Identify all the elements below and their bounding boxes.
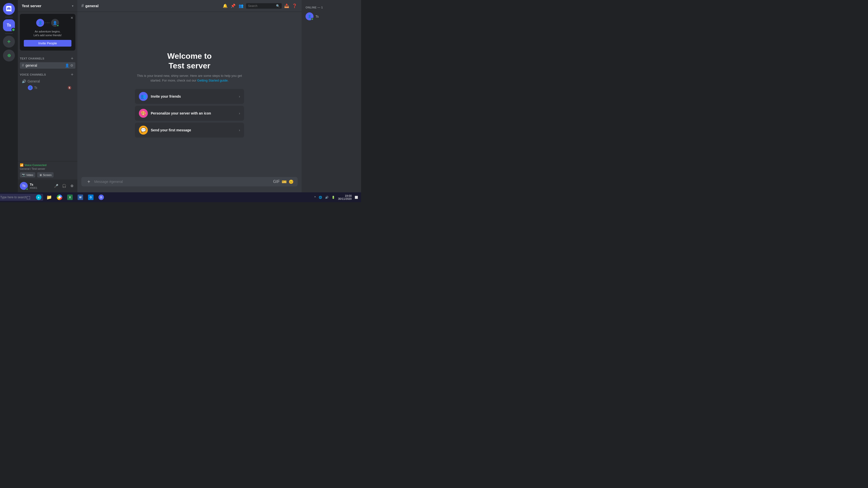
user-bar-controls: 🎤 🎧 ⚙ <box>53 183 75 189</box>
search-input[interactable] <box>248 4 275 8</box>
top-bar: # general 🔔 📌 👥 🔍 📥 ❓ <box>78 0 302 12</box>
help-icon[interactable]: ❓ <box>292 3 298 9</box>
text-channels-header[interactable]: TEXT CHANNELS + <box>18 55 78 62</box>
invite-dots: ··· <box>45 21 50 25</box>
explore-button[interactable]: ⊕ <box>3 50 15 62</box>
signal-icon: 📶 <box>20 163 24 167</box>
personalize-icon: 🎨 <box>139 109 148 118</box>
send-message-label: Send your first message <box>151 128 236 132</box>
taskbar-word[interactable]: W <box>75 192 85 202</box>
taskbar-chrome[interactable] <box>55 192 64 202</box>
bell-icon[interactable]: 🔔 <box>222 3 228 9</box>
voice-user: 👤 Ts 🔇 <box>26 84 73 91</box>
server-icon-test[interactable]: Ts <box>3 19 15 31</box>
right-sidebar: ONLINE — 1 👤 Ts <box>302 0 361 192</box>
taskbar: 🔍 Type here to search ⬚ e 📁 <box>0 192 361 202</box>
send-message-action[interactable]: 💬 Send your first message › <box>135 123 244 137</box>
voice-user-avatar: 👤 <box>28 85 33 90</box>
invite-icon-1: 👤 <box>36 19 44 27</box>
getting-started-link[interactable]: Getting Started guide. <box>197 78 228 82</box>
discord-home-button[interactable] <box>3 3 15 15</box>
online-user-avatar-label: 👤 <box>308 14 311 18</box>
welcome-actions: 👥 Invite your friends › 🎨 Personalize yo… <box>135 89 244 137</box>
message-input-container: + GIF 🎫 😊 <box>78 177 302 192</box>
add-attachment-button[interactable]: + <box>85 178 92 185</box>
tray-chevron[interactable]: ^ <box>313 196 317 199</box>
online-user-avatar: 👤 <box>306 12 313 20</box>
online-user[interactable]: 👤 Ts <box>304 11 359 22</box>
sticker-icon[interactable]: 🎫 <box>282 180 287 184</box>
add-voice-channel-icon[interactable]: + <box>71 72 73 77</box>
taskbar-file-explorer[interactable]: 📁 <box>44 192 54 202</box>
chrome-icon <box>57 195 62 200</box>
tray-network[interactable]: 🌐 <box>318 196 323 199</box>
video-button[interactable]: 📷 Video <box>20 172 35 177</box>
emoji-icon[interactable]: 😊 <box>289 180 293 184</box>
voice-channel-name: General <box>28 79 40 83</box>
hashtag-icon: # <box>22 63 24 68</box>
server-header[interactable]: Test server ▾ <box>18 0 78 12</box>
welcome-description: This is your brand new, shiny server. He… <box>135 73 244 83</box>
online-user-dot <box>311 18 313 20</box>
voice-connected-bar: 📶 Voice Connected General / Test server … <box>18 161 78 180</box>
send-message-icon: 💬 <box>139 126 148 135</box>
voice-channel-row[interactable]: 🔊 General <box>22 78 73 84</box>
screen-button[interactable]: 🖥 Screen <box>37 172 54 177</box>
invite-popup-text: An adventure begins. Let's add some frie… <box>24 30 71 37</box>
taskbar-discord[interactable]: D <box>96 192 106 202</box>
user-status-dot <box>26 188 28 190</box>
members-icon[interactable]: 👥 <box>238 3 244 9</box>
server-name: Test server <box>22 4 41 8</box>
online-dot <box>57 24 59 27</box>
channel-item-general[interactable]: # general 👤 ⚙ <box>20 62 75 69</box>
screen-icon: 🖥 <box>39 173 42 176</box>
pin-icon[interactable]: 📌 <box>230 3 236 9</box>
inbox-icon[interactable]: 📥 <box>284 3 290 9</box>
user-settings-button[interactable]: ⚙ <box>68 183 75 189</box>
send-message-text: Send your first message <box>151 128 236 132</box>
send-message-chevron: › <box>239 128 240 132</box>
add-server-button[interactable]: + <box>3 36 15 47</box>
taskbar-task-view[interactable]: ⬚ <box>23 192 33 202</box>
deafen-button[interactable]: 🎧 <box>61 183 67 189</box>
personalize-label: Personalize your server with an icon <box>151 111 236 115</box>
taskbar-clock[interactable]: 19:00 30/11/2020 <box>336 194 354 200</box>
tray-volume[interactable]: 🔊 <box>324 196 330 199</box>
search-icon: 🔍 <box>276 4 280 8</box>
mute-icon: 🔇 <box>68 86 71 90</box>
username: Ts <box>30 183 51 186</box>
online-user-name: Ts <box>315 14 319 18</box>
settings-icon[interactable]: ⚙ <box>70 63 73 67</box>
user-bar: Ts Ts #0001 🎤 🎧 ⚙ <box>18 180 78 192</box>
taskbar-edge[interactable]: e <box>34 192 44 202</box>
server-dropdown-icon: ▾ <box>72 4 73 8</box>
show-desktop[interactable]: ⬜ <box>354 196 359 199</box>
invite-friends-chevron: › <box>239 94 240 98</box>
app-container: Ts + ⊕ Test server ▾ ✕ <box>0 0 361 202</box>
video-icon: 📷 <box>22 173 25 176</box>
taskbar-tray: ^ 🌐 🔊 🔋 <box>313 196 336 199</box>
voice-channel-general: 🔊 General 👤 Ts 🔇 <box>20 78 75 91</box>
taskbar-search-button[interactable]: 🔍 Type here to search <box>13 192 23 202</box>
personalize-action[interactable]: 🎨 Personalize your server with an icon › <box>135 106 244 121</box>
personalize-text: Personalize your server with an icon <box>151 111 236 115</box>
add-text-channel-icon[interactable]: + <box>71 56 73 61</box>
voice-channels-header[interactable]: VOICE CHANNELS + <box>18 71 78 78</box>
invite-friends-action[interactable]: 👥 Invite your friends › <box>135 89 244 104</box>
user-tag: #0001 <box>30 186 51 189</box>
search-box[interactable]: 🔍 <box>246 3 282 9</box>
user-info: Ts #0001 <box>30 183 51 189</box>
voice-channels-label: VOICE CHANNELS <box>20 73 46 76</box>
gif-icon[interactable]: GIF <box>273 180 280 184</box>
channel-name-general: general <box>26 63 65 67</box>
word-icon: W <box>78 195 83 200</box>
mute-button[interactable]: 🎤 <box>53 183 60 189</box>
message-input[interactable] <box>94 177 271 186</box>
message-input-icons: GIF 🎫 😊 <box>273 180 293 184</box>
add-member-icon[interactable]: 👤 <box>65 63 69 67</box>
invite-people-button[interactable]: Invite People <box>24 40 71 46</box>
taskbar-outlook[interactable]: O <box>86 192 96 202</box>
taskbar-excel[interactable]: X <box>65 192 75 202</box>
explorer-icon: 📁 <box>46 195 52 200</box>
tray-battery[interactable]: 🔋 <box>331 196 336 199</box>
